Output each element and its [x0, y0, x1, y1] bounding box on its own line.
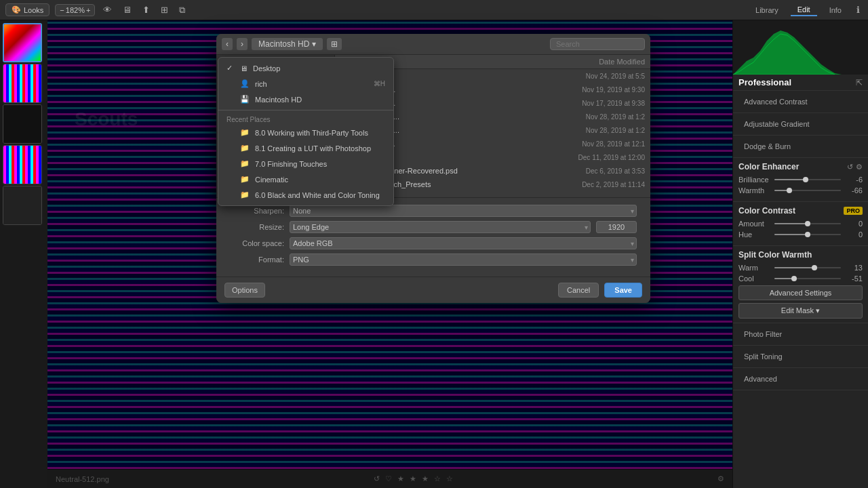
view-options-button[interactable]: ⊞ — [327, 38, 342, 50]
popup-desktop-label: Desktop — [253, 64, 280, 73]
format-select[interactable]: PNG — [290, 253, 637, 266]
file-date-0: Nov 24, 2019 at 5:5 — [526, 73, 645, 80]
looks-label: Looks — [24, 6, 43, 14]
main-layout: Scouts Neutral-512.png ↺ ♡ ★ ★ ★ ☆ ☆ ⚙ ‹… — [0, 20, 868, 488]
advanced-section: Advanced — [733, 368, 868, 390]
resize-px-input[interactable] — [596, 221, 637, 233]
panel-title: Professional — [738, 77, 791, 87]
cancel-button[interactable]: Cancel — [558, 283, 599, 298]
color-enhancer-header: Color Enhancer ↺ ⚙ — [738, 162, 863, 171]
location-dropdown[interactable]: Macintosh HD ▾ — [252, 38, 323, 50]
gear-icon[interactable]: ⚙ — [856, 163, 863, 171]
looks-button[interactable]: 🎨 Looks — [5, 3, 50, 16]
popup-divider — [218, 110, 393, 110]
warmth-value: -66 — [844, 186, 863, 195]
advanced-settings-button[interactable]: Advanced Settings — [738, 285, 863, 300]
advanced-contrast-item[interactable]: Advanced Contrast — [738, 95, 863, 108]
colorspace-select[interactable]: Adobe RGB — [290, 237, 637, 249]
folder-icon-r1: 📁 — [240, 144, 250, 152]
zoom-increase-icon[interactable]: + — [86, 6, 90, 14]
popup-recent-4[interactable]: 📁 6.0 Black and White and Color Toning — [218, 187, 393, 203]
popup-item-macintosh-hd[interactable]: 💾 Macintosh HD — [218, 92, 393, 107]
histogram-svg — [733, 20, 868, 75]
popup-recent-0[interactable]: 📁 8.0 Working with Third-Party Tools — [218, 125, 393, 140]
popup-recent-2[interactable]: 📁 7.0 Finishing Touches — [218, 156, 393, 171]
sharpen-row: Sharpen: None ▾ — [230, 205, 637, 217]
amount-thumb[interactable] — [805, 221, 810, 226]
sharpen-select-wrapper: None ▾ — [290, 205, 637, 217]
pro-badge: PRO — [844, 207, 863, 215]
folder-icon-r2: 📁 — [240, 159, 250, 168]
panel-expand-icon[interactable]: ⇱ — [856, 78, 863, 87]
col-date-header[interactable]: Date Modified — [517, 58, 645, 66]
hue-slider[interactable] — [774, 232, 841, 237]
looks-icon: 🎨 — [12, 5, 21, 14]
amount-label: Amount — [738, 220, 772, 228]
thumbnail-3[interactable] — [3, 104, 42, 144]
amount-slider[interactable] — [774, 222, 841, 226]
warm-slider[interactable] — [774, 266, 841, 270]
warm-row: Warm 13 — [738, 264, 863, 272]
warm-fill — [774, 267, 814, 268]
popup-hd-label: Macintosh HD — [255, 96, 302, 104]
zoom-control[interactable]: − 182% + — [55, 4, 95, 16]
file-date-8: Dec 2, 2019 at 11:14 — [526, 181, 645, 188]
advanced-item[interactable]: Advanced — [738, 372, 863, 386]
dialog-forward-button[interactable]: › — [237, 38, 248, 50]
brilliance-slider[interactable] — [774, 178, 841, 182]
cool-thumb[interactable] — [791, 276, 797, 281]
monitor-button[interactable]: 🖥 — [120, 3, 134, 16]
colorspace-row: Color space: Adobe RGB ▾ — [230, 237, 637, 249]
center-area: Scouts Neutral-512.png ↺ ♡ ★ ★ ★ ☆ ☆ ⚙ ‹… — [47, 20, 732, 488]
hue-thumb[interactable] — [805, 232, 810, 237]
warm-thumb[interactable] — [812, 265, 817, 270]
dialog-back-button[interactable]: ‹ — [222, 38, 233, 50]
photo-filter-item[interactable]: Photo Filter — [738, 327, 863, 341]
color-contrast-header: Color Contrast PRO — [738, 206, 863, 216]
popup-recent-1[interactable]: 📁 8.1 Creating a LUT with Photoshop — [218, 140, 393, 156]
reset-icon[interactable]: ↺ — [847, 163, 853, 171]
warmth-thumb[interactable] — [787, 188, 792, 193]
split-color-warmth-section: Split Color Warmth Warm 13 Cool — [733, 246, 868, 323]
save-button[interactable]: Save — [604, 283, 642, 298]
popup-item-rich[interactable]: 👤 rich ⌘H — [218, 76, 393, 92]
adjustable-gradient-item[interactable]: Adjustable Gradient — [738, 117, 863, 131]
thumbnail-2[interactable] — [3, 64, 42, 103]
popup-recent-4-label: 6.0 Black and White and Color Toning — [255, 191, 380, 199]
amount-row: Amount 0 — [738, 220, 863, 228]
window-button[interactable]: ⧉ — [176, 3, 188, 17]
file-date-6: Dec 11, 2019 at 12:00 — [526, 154, 645, 161]
info-icon[interactable]: ℹ — [854, 3, 863, 16]
split-toning-item[interactable]: Split Toning — [738, 350, 863, 363]
search-input[interactable] — [550, 38, 645, 50]
resize-select[interactable]: Long Edge — [290, 221, 591, 233]
share-button[interactable]: ⬆ — [140, 3, 153, 16]
thumbnail-5[interactable] — [3, 186, 42, 225]
resize-row: Resize: Long Edge ▾ — [230, 221, 637, 233]
eye-button[interactable]: 👁 — [100, 3, 115, 16]
popup-item-desktop[interactable]: 🖥 Desktop — [218, 60, 393, 76]
hue-label: Hue — [738, 230, 772, 239]
tab-info[interactable]: Info — [823, 5, 848, 16]
warm-label: Warm — [738, 264, 772, 272]
file-date-3: Nov 28, 2019 at 1:2 — [526, 113, 645, 121]
dodge-burn-item[interactable]: Dodge & Burn — [738, 140, 863, 153]
popup-recent-3[interactable]: 📁 Cinematic — [218, 171, 393, 187]
grid-button[interactable]: ⊞ — [158, 3, 171, 16]
format-select-wrapper: PNG ▾ — [290, 253, 637, 266]
format-row: Format: PNG ▾ — [230, 253, 637, 266]
warmth-slider[interactable] — [774, 188, 841, 192]
resize-select-wrapper: Long Edge ▾ — [290, 221, 591, 233]
options-button[interactable]: Options — [224, 283, 265, 298]
sharpen-select[interactable]: None — [290, 205, 637, 217]
brilliance-thumb[interactable] — [803, 177, 808, 182]
tab-library[interactable]: Library — [749, 5, 785, 16]
edit-mask-button[interactable]: Edit Mask ▾ — [738, 303, 863, 319]
dodge-burn-section: Dodge & Burn — [733, 136, 868, 158]
zoom-decrease-icon[interactable]: − — [60, 6, 64, 14]
cool-slider[interactable] — [774, 277, 841, 281]
thumbnail-4[interactable] — [3, 145, 42, 184]
thumbnail-1[interactable] — [3, 23, 42, 62]
file-date-7: Dec 6, 2019 at 3:53 — [526, 167, 645, 175]
tab-edit[interactable]: Edit — [791, 4, 817, 16]
